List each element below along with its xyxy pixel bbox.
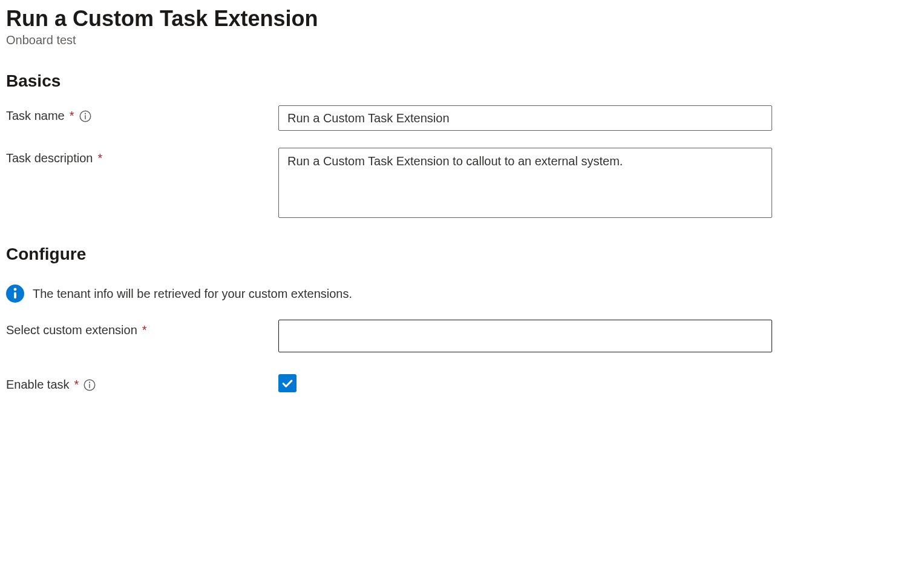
info-icon[interactable]: [84, 379, 96, 391]
info-banner-text: The tenant info will be retrieved for yo…: [33, 287, 352, 301]
info-banner: The tenant info will be retrieved for yo…: [6, 285, 918, 303]
task-description-label: Task description *: [6, 148, 278, 165]
required-asterisk: *: [142, 323, 147, 337]
select-extension-label-text: Select custom extension: [6, 323, 137, 337]
info-icon[interactable]: [79, 110, 91, 122]
enable-task-label-text: Enable task: [6, 378, 70, 392]
select-extension-row: Select custom extension *: [6, 320, 918, 352]
required-asterisk: *: [70, 109, 74, 123]
page-title: Run a Custom Task Extension: [6, 5, 918, 32]
task-name-label: Task name *: [6, 105, 278, 123]
enable-task-label: Enable task *: [6, 374, 278, 392]
svg-point-5: [14, 288, 17, 291]
section-basics-title: Basics: [6, 71, 918, 91]
task-description-textarea[interactable]: Run a Custom Task Extension to callout t…: [278, 148, 772, 218]
enable-task-row: Enable task *: [6, 374, 918, 392]
select-extension-label: Select custom extension *: [6, 320, 278, 337]
task-description-label-text: Task description: [6, 151, 93, 165]
enable-task-checkbox[interactable]: [278, 374, 297, 392]
svg-point-2: [84, 113, 85, 114]
required-asterisk: *: [97, 151, 102, 165]
required-asterisk: *: [74, 378, 79, 392]
select-extension-dropdown[interactable]: [278, 320, 772, 352]
svg-rect-4: [14, 292, 16, 298]
task-description-row: Task description * Run a Custom Task Ext…: [6, 148, 918, 220]
section-configure-title: Configure: [6, 245, 918, 264]
page-subtitle: Onboard test: [6, 33, 918, 47]
svg-point-8: [89, 381, 90, 383]
task-name-row: Task name *: [6, 105, 918, 131]
task-name-input[interactable]: [278, 105, 772, 131]
task-name-label-text: Task name: [6, 109, 65, 123]
info-filled-icon: [6, 285, 24, 303]
